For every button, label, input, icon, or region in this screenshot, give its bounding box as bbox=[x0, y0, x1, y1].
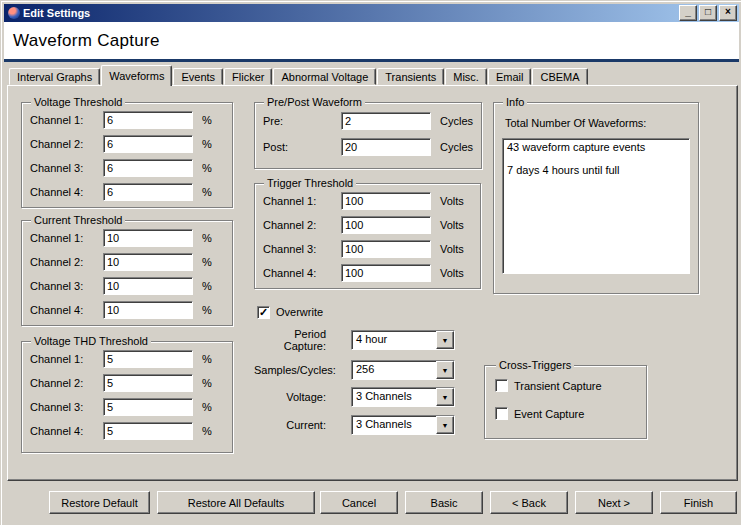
field-label: Channel 4: bbox=[30, 425, 103, 437]
current-threshold-ch2-input[interactable] bbox=[103, 253, 193, 271]
unit-label: % bbox=[202, 138, 212, 150]
trigger-ch1-input[interactable] bbox=[341, 192, 431, 210]
channel-row: Channel 1: % bbox=[30, 226, 224, 250]
voltage-channels-row: Voltage: 3 Channels ▼ bbox=[254, 386, 455, 408]
group-title: Pre/Post Waveform bbox=[264, 96, 365, 108]
field-label: Channel 2: bbox=[30, 256, 103, 268]
restore-all-defaults-button[interactable]: Restore All Defaults bbox=[157, 491, 315, 514]
voltage-threshold-ch1-input[interactable] bbox=[103, 111, 193, 129]
cross-triggers-group: Cross-Triggers Transient Capture Event C… bbox=[484, 359, 647, 439]
group-title: Voltage THD Threshold bbox=[31, 335, 151, 347]
restore-default-button[interactable]: Restore Default bbox=[49, 491, 150, 514]
minimize-icon: _ bbox=[680, 6, 696, 17]
voltage-threshold-ch3-input[interactable] bbox=[103, 159, 193, 177]
next-button[interactable]: Next > bbox=[575, 491, 653, 514]
overwrite-row: ✓ Overwrite bbox=[257, 304, 323, 320]
tab-misc[interactable]: Misc. bbox=[445, 68, 487, 85]
unit-label: Volts bbox=[440, 195, 464, 207]
group-title: Current Threshold bbox=[31, 214, 125, 226]
tab-strip: Interval Graphs Waveforms Events Flicker… bbox=[9, 65, 589, 85]
field-row: Pre: Cycles bbox=[263, 108, 473, 134]
trigger-ch3-input[interactable] bbox=[341, 240, 431, 258]
voltage-threshold-ch4-input[interactable] bbox=[103, 183, 193, 201]
checkbox-label: Overwrite bbox=[276, 306, 323, 318]
unit-label: Volts bbox=[440, 267, 464, 279]
channel-row: Channel 4: Volts bbox=[263, 261, 472, 285]
current-threshold-group: Current Threshold Channel 1: % Channel 2… bbox=[21, 214, 233, 326]
combo-value: 3 Channels bbox=[352, 388, 436, 406]
period-capture-select[interactable]: 4 hour ▼ bbox=[351, 330, 455, 350]
voltage-channels-select[interactable]: 3 Channels ▼ bbox=[351, 387, 455, 407]
current-threshold-ch4-input[interactable] bbox=[103, 301, 193, 319]
tab-waveforms[interactable]: Waveforms bbox=[101, 65, 172, 86]
tab-interval-graphs[interactable]: Interval Graphs bbox=[9, 68, 100, 85]
field-label: Channel 3: bbox=[30, 162, 103, 174]
trigger-ch2-input[interactable] bbox=[341, 216, 431, 234]
check-icon: ✓ bbox=[259, 306, 268, 319]
close-button[interactable]: × bbox=[719, 5, 737, 21]
finish-button[interactable]: Finish bbox=[660, 491, 737, 514]
unit-label: Volts bbox=[440, 243, 464, 255]
tab-events[interactable]: Events bbox=[173, 68, 223, 85]
event-capture-checkbox[interactable] bbox=[495, 407, 508, 420]
tab-cbema[interactable]: CBEMA bbox=[532, 68, 587, 85]
group-title: Cross-Triggers bbox=[496, 359, 574, 371]
dropdown-button[interactable]: ▼ bbox=[436, 388, 454, 406]
voltage-thd-ch4-input[interactable] bbox=[103, 422, 193, 440]
checkbox-label: Transient Capture bbox=[514, 380, 602, 392]
channel-row: Channel 4: % bbox=[30, 298, 224, 322]
minimize-button[interactable]: _ bbox=[679, 5, 697, 21]
voltage-threshold-ch2-input[interactable] bbox=[103, 135, 193, 153]
dropdown-button[interactable]: ▼ bbox=[436, 416, 454, 434]
voltage-thd-threshold-group: Voltage THD Threshold Channel 1: % Chann… bbox=[21, 335, 233, 453]
unit-label: Cycles bbox=[440, 141, 473, 153]
unit-label: % bbox=[202, 425, 212, 437]
trigger-ch4-input[interactable] bbox=[341, 264, 431, 282]
dropdown-button[interactable]: ▼ bbox=[436, 331, 454, 349]
back-button[interactable]: < Back bbox=[490, 491, 568, 514]
current-threshold-ch3-input[interactable] bbox=[103, 277, 193, 295]
tab-transients[interactable]: Transients bbox=[377, 68, 444, 85]
channel-row: Channel 2: % bbox=[30, 132, 224, 156]
maximize-icon: □ bbox=[700, 6, 716, 17]
tab-flicker[interactable]: Flicker bbox=[224, 68, 272, 85]
channel-row: Channel 3: Volts bbox=[263, 237, 472, 261]
unit-label: Cycles bbox=[440, 115, 473, 127]
samples-cycles-select[interactable]: 256 ▼ bbox=[351, 360, 455, 380]
combo-value: 256 bbox=[352, 361, 436, 379]
group-title: Voltage Threshold bbox=[31, 96, 125, 108]
tab-abnormal-voltage[interactable]: Abnormal Voltage bbox=[273, 68, 376, 85]
transient-capture-checkbox[interactable] bbox=[495, 379, 508, 392]
dropdown-button[interactable]: ▼ bbox=[436, 361, 454, 379]
titlebar[interactable]: Edit Settings _ □ × bbox=[4, 4, 739, 22]
channel-row: Channel 3: % bbox=[30, 395, 224, 419]
group-title: Info bbox=[503, 96, 527, 108]
basic-button[interactable]: Basic bbox=[405, 491, 483, 514]
field-label: Channel 1: bbox=[30, 232, 103, 244]
maximize-button[interactable]: □ bbox=[699, 5, 717, 21]
overwrite-checkbox[interactable]: ✓ bbox=[257, 306, 270, 319]
field-label: Channel 2: bbox=[30, 377, 103, 389]
checkbox-label: Event Capture bbox=[514, 408, 584, 420]
current-threshold-ch1-input[interactable] bbox=[103, 229, 193, 247]
unit-label: % bbox=[202, 377, 212, 389]
current-channels-select[interactable]: 3 Channels ▼ bbox=[351, 415, 455, 435]
voltage-thd-ch1-input[interactable] bbox=[103, 350, 193, 368]
samples-cycles-row: Samples/Cycles: 256 ▼ bbox=[254, 359, 455, 381]
unit-label: Volts bbox=[440, 219, 464, 231]
field-label: Channel 4: bbox=[263, 267, 341, 279]
pre-cycles-input[interactable] bbox=[341, 112, 431, 130]
post-cycles-input[interactable] bbox=[341, 138, 431, 156]
tab-email[interactable]: Email bbox=[488, 68, 532, 85]
unit-label: % bbox=[202, 162, 212, 174]
pre-post-waveform-group: Pre/Post Waveform Pre: Cycles Post: Cycl… bbox=[254, 96, 482, 169]
voltage-thd-ch2-input[interactable] bbox=[103, 374, 193, 392]
cancel-button[interactable]: Cancel bbox=[320, 491, 398, 514]
cross-trigger-row: Event Capture bbox=[495, 400, 638, 427]
app-icon bbox=[8, 7, 20, 19]
unit-label: % bbox=[202, 401, 212, 413]
info-line: 43 waveform capture events bbox=[503, 139, 689, 153]
channel-row: Channel 1: Volts bbox=[263, 189, 472, 213]
channel-row: Channel 2: Volts bbox=[263, 213, 472, 237]
voltage-thd-ch3-input[interactable] bbox=[103, 398, 193, 416]
